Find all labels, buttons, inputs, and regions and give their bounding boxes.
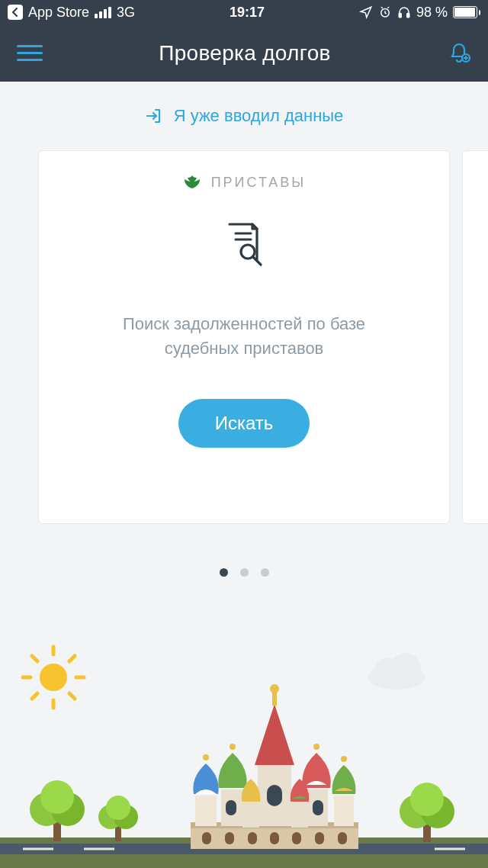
svg-point-48 — [203, 754, 209, 760]
svg-rect-56 — [291, 802, 308, 828]
svg-point-5 — [40, 664, 67, 691]
status-right: 98 % — [359, 5, 480, 21]
svg-rect-42 — [338, 832, 347, 844]
already-entered-link[interactable]: Я уже вводил данные — [0, 82, 488, 150]
svg-line-11 — [69, 656, 75, 661]
next-card-peek[interactable] — [462, 150, 488, 524]
svg-line-10 — [32, 656, 37, 661]
svg-rect-2 — [407, 14, 409, 18]
svg-point-32 — [421, 795, 454, 828]
card-category: ПРИСТАВЫ — [182, 174, 307, 191]
svg-rect-57 — [267, 785, 282, 806]
svg-rect-51 — [305, 789, 328, 826]
svg-rect-22 — [53, 818, 61, 841]
svg-marker-44 — [255, 704, 294, 765]
svg-rect-18 — [0, 844, 488, 854]
back-to-appstore-icon[interactable] — [8, 5, 23, 20]
svg-point-33 — [410, 783, 444, 816]
card-category-label: ПРИСТАВЫ — [211, 175, 307, 191]
back-to-appstore-label[interactable]: App Store — [28, 5, 89, 21]
signal-icon — [95, 7, 111, 18]
svg-rect-17 — [0, 837, 488, 868]
svg-point-29 — [106, 796, 130, 820]
svg-point-31 — [400, 795, 433, 828]
svg-point-54 — [341, 756, 347, 762]
svg-rect-47 — [195, 796, 217, 826]
pager-dots — [0, 568, 488, 577]
page-title: Проверка долгов — [159, 41, 330, 66]
pager-dot-1[interactable] — [240, 568, 249, 577]
eagle-icon — [182, 174, 202, 191]
status-bar: App Store 3G 19:17 98 % — [0, 0, 488, 24]
card-bailiffs: ПРИСТАВЫ Поиск задолженностей по базе су… — [38, 150, 450, 524]
pager-dot-0[interactable] — [220, 568, 228, 577]
svg-rect-49 — [221, 789, 244, 826]
svg-rect-45 — [272, 690, 277, 706]
svg-rect-36 — [202, 832, 211, 844]
enter-icon — [145, 107, 163, 125]
card-carousel[interactable]: ПРИСТАВЫ Поиск задолженностей по базе су… — [0, 150, 488, 555]
svg-rect-39 — [270, 832, 279, 844]
svg-rect-34 — [191, 826, 358, 849]
svg-rect-26 — [115, 823, 121, 841]
document-search-icon — [222, 221, 266, 270]
card-description: Поиск задолженностей по базе судебных пр… — [123, 312, 365, 361]
nav-bar: Проверка долгов — [0, 24, 488, 82]
battery-icon — [453, 6, 480, 18]
svg-rect-40 — [292, 832, 301, 844]
svg-rect-41 — [315, 832, 324, 844]
svg-point-25 — [40, 780, 74, 814]
svg-rect-38 — [248, 832, 257, 844]
menu-button[interactable] — [17, 45, 43, 61]
battery-percent: 98 % — [416, 5, 448, 21]
svg-point-27 — [98, 805, 123, 829]
pager-dot-2[interactable] — [261, 568, 269, 577]
svg-point-50 — [230, 744, 236, 750]
svg-line-13 — [69, 693, 75, 699]
svg-line-12 — [32, 693, 37, 699]
svg-rect-35 — [191, 822, 358, 828]
card-description-line2: судебных приставов — [123, 336, 365, 361]
svg-point-28 — [114, 805, 138, 829]
headphones-icon — [397, 5, 411, 19]
status-left: App Store 3G — [8, 5, 135, 21]
landscape-illustration — [0, 632, 488, 868]
svg-rect-1 — [399, 14, 401, 18]
svg-rect-30 — [423, 819, 431, 842]
svg-point-24 — [51, 792, 85, 826]
svg-rect-55 — [242, 802, 259, 828]
svg-point-46 — [270, 684, 279, 693]
svg-rect-43 — [258, 765, 291, 826]
already-entered-label: Я уже вводил данные — [174, 106, 344, 126]
status-time: 19:17 — [135, 5, 359, 21]
svg-rect-37 — [225, 832, 234, 844]
svg-rect-53 — [334, 796, 354, 826]
location-icon — [359, 5, 373, 19]
svg-point-23 — [30, 792, 63, 826]
card-description-line1: Поиск задолженностей по базе — [123, 312, 365, 336]
svg-point-15 — [375, 657, 400, 682]
svg-point-16 — [390, 653, 421, 683]
svg-point-14 — [368, 665, 425, 690]
network-label: 3G — [117, 5, 135, 21]
svg-rect-58 — [226, 800, 236, 815]
svg-point-52 — [313, 744, 319, 750]
search-button[interactable]: Искать — [178, 399, 310, 448]
svg-rect-59 — [313, 800, 323, 815]
alarm-icon — [378, 5, 392, 19]
notifications-button[interactable] — [447, 41, 471, 66]
